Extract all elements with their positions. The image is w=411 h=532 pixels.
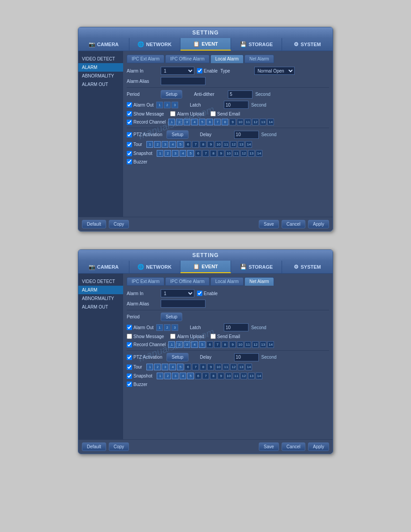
nav-storage-2[interactable]: 💾 STORAGE — [231, 261, 282, 273]
alarm-out-check-1[interactable]: Alarm Out — [127, 102, 154, 107]
default-btn-1[interactable]: Default — [82, 220, 106, 228]
tab-net-alarm-1[interactable]: Net Alarm — [244, 55, 274, 63]
rec-ch-1[interactable]: 1 — [168, 119, 175, 125]
ptz-setup-btn-1[interactable]: Setup — [167, 130, 188, 139]
tour-ch-1[interactable]: 1 — [146, 141, 153, 148]
snap-ch-13[interactable]: 13 — [248, 150, 255, 157]
rec2-ch-13[interactable]: 13 — [260, 341, 266, 348]
tour2-ch-1[interactable]: 1 — [146, 364, 153, 370]
rec-ch-3[interactable]: 3 — [184, 119, 190, 125]
rec2-ch-4[interactable]: 4 — [191, 341, 198, 348]
snap-ch-6[interactable]: 6 — [195, 150, 201, 157]
nav-event-2[interactable]: 📋 EVENT — [180, 261, 231, 273]
tour2-ch-2[interactable]: 2 — [154, 364, 161, 370]
rec-ch-8[interactable]: 8 — [222, 119, 228, 125]
sidebar-alarm-2[interactable]: ALARM — [78, 286, 123, 294]
snapshot-checkbox-1[interactable] — [127, 151, 132, 156]
buzzer-checkbox-1[interactable] — [127, 159, 132, 164]
sidebar-abnormality-2[interactable]: ABNORMALITY — [78, 294, 123, 303]
sidebar-video-detect-1[interactable]: VIDEO DETECT — [78, 55, 123, 63]
ao-box-2[interactable]: 2 — [164, 102, 171, 108]
tour-ch-7[interactable]: 7 — [192, 141, 199, 148]
delay-input-1[interactable] — [234, 131, 259, 139]
tour-ch-5[interactable]: 5 — [177, 141, 184, 148]
ptz-check-2[interactable]: PTZ Activation — [127, 355, 162, 360]
alarm-in-select-2[interactable]: 1 — [161, 289, 194, 297]
tour2-ch-9[interactable]: 9 — [207, 364, 214, 370]
period-setup-btn-1[interactable]: Setup — [161, 90, 182, 99]
record-channel-checkbox-1[interactable] — [127, 120, 132, 125]
nav-camera-1[interactable]: 📷 CAMERA — [78, 38, 129, 51]
snap2-ch-6[interactable]: 6 — [195, 373, 201, 379]
rec-ch-7[interactable]: 7 — [214, 119, 221, 125]
nav-network-1[interactable]: 🌐 NETWORK — [129, 38, 180, 51]
rec2-ch-9[interactable]: 9 — [229, 341, 236, 348]
snap2-ch-1[interactable]: 1 — [157, 373, 163, 379]
snap2-ch-3[interactable]: 3 — [172, 373, 179, 379]
ao2-box-2[interactable]: 2 — [164, 324, 171, 331]
rec-ch-5[interactable]: 5 — [199, 119, 206, 125]
alarm-alias-input-1[interactable] — [161, 77, 206, 85]
delay-input-2[interactable] — [234, 353, 259, 361]
snap-ch-12[interactable]: 12 — [240, 150, 247, 157]
tour2-ch-7[interactable]: 7 — [192, 364, 199, 370]
rec2-ch-2[interactable]: 2 — [176, 341, 183, 348]
buzzer-checkbox-2[interactable] — [127, 382, 132, 387]
tour2-ch-4[interactable]: 4 — [169, 364, 176, 370]
show-message-check-1[interactable]: Show Message — [127, 111, 164, 116]
record-channel-checkbox-2[interactable] — [127, 342, 132, 348]
alarm-upload-check-1[interactable]: Alarm Upload — [170, 111, 204, 116]
send-email-checkbox-1[interactable] — [210, 111, 216, 116]
nav-storage-1[interactable]: 💾 STORAGE — [231, 38, 282, 51]
tour2-ch-8[interactable]: 8 — [200, 364, 206, 370]
tab-ipc-offline-1[interactable]: IPC Offline Alarm — [165, 55, 210, 63]
snap2-ch-5[interactable]: 5 — [187, 373, 194, 379]
nav-event-1[interactable]: 📋 EVENT — [180, 38, 231, 51]
tour-ch-13[interactable]: 13 — [238, 141, 244, 148]
nav-camera-2[interactable]: 📷 CAMERA — [78, 261, 129, 273]
rec2-ch-8[interactable]: 8 — [222, 341, 228, 348]
type-select-1[interactable]: Normal Open — [254, 67, 295, 75]
rec2-ch-12[interactable]: 12 — [252, 341, 259, 348]
tour2-ch-14[interactable]: 14 — [245, 364, 252, 370]
snap-ch-9[interactable]: 9 — [218, 150, 224, 157]
record-channel-check-2[interactable]: Record Channel — [127, 342, 166, 348]
latch-input-1[interactable] — [224, 101, 248, 109]
nav-system-2[interactable]: ⚙ SYSTEM — [282, 261, 333, 273]
save-btn-1[interactable]: Save — [259, 220, 279, 228]
rec-ch-14[interactable]: 14 — [267, 119, 274, 125]
tab-local-alarm-2[interactable]: Local Alarm — [210, 277, 244, 286]
copy-btn-2[interactable]: Copy — [109, 442, 129, 451]
tab-net-alarm-2[interactable]: Net Alarm — [244, 277, 274, 286]
nav-system-1[interactable]: ⚙ SYSTEM — [282, 38, 333, 51]
ptz-checkbox-1[interactable] — [127, 132, 132, 137]
tour-ch-2[interactable]: 2 — [154, 141, 161, 148]
rec2-ch-3[interactable]: 3 — [184, 341, 190, 348]
rec-ch-11[interactable]: 11 — [244, 119, 251, 125]
tour2-ch-11[interactable]: 11 — [223, 364, 229, 370]
rec-ch-12[interactable]: 12 — [252, 119, 259, 125]
tour-ch-3[interactable]: 3 — [162, 141, 168, 148]
tab-ipc-offline-2[interactable]: IPC Offline Alarm — [165, 277, 210, 286]
snap2-ch-9[interactable]: 9 — [218, 373, 224, 379]
tour2-ch-3[interactable]: 3 — [162, 364, 168, 370]
snap2-ch-10[interactable]: 10 — [225, 373, 232, 379]
buzzer-check-1[interactable]: Buzzer — [127, 159, 147, 164]
sidebar-video-detect-2[interactable]: VIDEO DETECT — [78, 277, 123, 286]
tour-checkbox-1[interactable] — [127, 142, 132, 147]
rec2-ch-5[interactable]: 5 — [199, 341, 206, 348]
buzzer-check-2[interactable]: Buzzer — [127, 382, 147, 387]
snap2-ch-13[interactable]: 13 — [248, 373, 255, 379]
rec-ch-4[interactable]: 4 — [191, 119, 198, 125]
tour2-ch-6[interactable]: 6 — [184, 364, 191, 370]
snap-ch-3[interactable]: 3 — [172, 150, 179, 157]
cancel-btn-2[interactable]: Cancel — [282, 442, 305, 451]
enable-check-2[interactable]: Enable — [197, 291, 218, 296]
ao-box-1[interactable]: 1 — [156, 102, 163, 108]
tour2-ch-13[interactable]: 13 — [238, 364, 244, 370]
alarm-out-checkbox-1[interactable] — [127, 102, 132, 107]
alarm-alias-input-2[interactable] — [161, 300, 206, 308]
tour-ch-12[interactable]: 12 — [230, 141, 237, 148]
tour-ch-9[interactable]: 9 — [207, 141, 214, 148]
snap2-ch-8[interactable]: 8 — [210, 373, 217, 379]
